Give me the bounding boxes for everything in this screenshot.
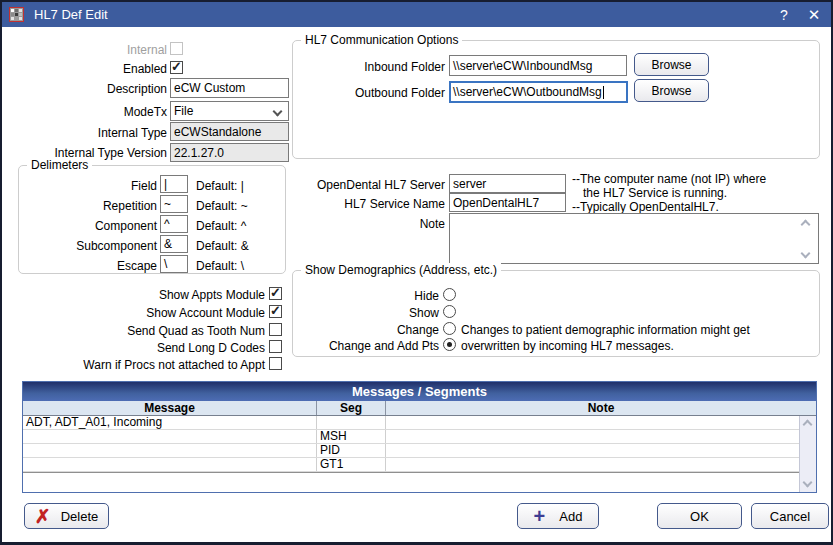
warn-procs-checkbox[interactable] (269, 357, 282, 370)
cell-message: ADT, ADT_A01, Incoming (23, 416, 316, 429)
cell-note (385, 444, 799, 457)
delete-button-label: Delete (61, 509, 99, 524)
app-grid-icon (9, 7, 24, 22)
internal-type-version-field: 22.1.27.0 (170, 143, 289, 162)
close-icon[interactable]: ✕ (801, 2, 827, 27)
column-header-message[interactable]: Message (23, 401, 316, 415)
modetx-value: File (174, 104, 193, 118)
inbound-browse-button[interactable]: Browse (634, 53, 709, 76)
comm-options-group-title: HL7 Communication Options (301, 33, 462, 47)
demographics-hint-line1: Changes to patient demographic informati… (461, 323, 750, 337)
grid-header: Message Seg Note (23, 401, 816, 416)
note-textarea[interactable] (449, 213, 819, 264)
inbound-folder-label: Inbound Folder (2, 60, 445, 74)
service-hint: --Typically OpenDentalHL7. (572, 200, 719, 214)
delete-x-icon: ✗ (35, 507, 51, 526)
column-header-seg[interactable]: Seg (316, 401, 385, 415)
escape-delim-input[interactable]: \ (160, 255, 188, 273)
hl7-service-name-input[interactable]: OpenDentalHL7 (449, 193, 566, 212)
add-button-label: Add (559, 509, 582, 524)
change-radio[interactable] (443, 322, 456, 335)
show-radio[interactable] (443, 305, 456, 318)
show-radio-label: Show (2, 306, 439, 320)
ok-button[interactable]: OK (657, 503, 742, 529)
window-title: HL7 Def Edit (34, 7, 108, 22)
column-header-note[interactable]: Note (385, 401, 816, 415)
change-add-pts-radio-label: Change and Add Pts (2, 339, 439, 353)
cell-note (385, 430, 799, 443)
delete-button[interactable]: ✗ Delete (24, 503, 109, 529)
cell-message (23, 444, 316, 457)
subcomponent-delim-input[interactable]: & (160, 235, 188, 253)
cell-message (23, 458, 316, 471)
escape-delim-default: Default: \ (196, 259, 244, 273)
demographics-hint-line2: overwritten by incoming HL7 messages. (461, 339, 674, 353)
table-row[interactable]: MSH (23, 430, 799, 444)
server-hint-line2: the HL7 Service is running. (583, 186, 727, 200)
help-button[interactable]: ? (771, 2, 797, 27)
warn-procs-label: Warn if Procs not attached to Appt (2, 358, 265, 372)
opendental-hl7-server-input[interactable]: server (449, 174, 566, 193)
modetx-label: ModeTx (2, 105, 167, 119)
internal-type-field: eCWStandalone (170, 122, 289, 141)
grid-scrollbar[interactable] (799, 416, 816, 492)
grid-scroll-down-icon[interactable] (803, 478, 813, 488)
hl7-service-name-label: HL7 Service Name (2, 197, 445, 211)
internal-checkbox (170, 42, 183, 55)
modetx-select[interactable]: File (170, 101, 289, 121)
demographics-group-title: Show Demographics (Address, etc.) (301, 263, 501, 277)
cell-note (385, 416, 799, 429)
hl7-def-edit-dialog: HL7 Def Edit ? ✕ Internal Enabled Descri… (0, 0, 833, 545)
table-row[interactable]: ADT, ADT_A01, Incoming (23, 416, 799, 430)
subcomponent-delim-default: Default: & (196, 239, 249, 253)
text-caret (603, 86, 604, 99)
cell-message (23, 430, 316, 443)
hide-radio-label: Hide (2, 289, 439, 303)
outbound-folder-value: \\server\eCW\OutboundMsg (453, 85, 602, 99)
table-row[interactable]: GT1 (23, 458, 799, 472)
chevron-down-icon (273, 107, 283, 117)
opendental-hl7-server-label: OpenDental HL7 Server (2, 178, 445, 192)
grid-end-line (23, 472, 799, 473)
grid-title: Messages / Segments (23, 382, 816, 401)
titlebar[interactable]: HL7 Def Edit ? ✕ (2, 2, 831, 27)
change-radio-label: Change (2, 323, 439, 337)
grid-scroll-up-icon[interactable] (803, 420, 813, 430)
cell-seg: MSH (316, 430, 385, 443)
cell-note (385, 458, 799, 471)
cell-seg: PID (316, 444, 385, 457)
outbound-browse-button[interactable]: Browse (634, 79, 709, 102)
escape-delim-label: Escape (19, 259, 157, 273)
internal-type-label: Internal Type (2, 126, 167, 140)
change-add-pts-radio[interactable] (443, 338, 456, 351)
table-row[interactable]: PID (23, 444, 799, 458)
internal-label: Internal (2, 43, 167, 57)
cancel-button[interactable]: Cancel (751, 503, 829, 529)
messages-segments-grid: Messages / Segments Message Seg Note ADT… (22, 381, 817, 493)
hide-radio[interactable] (443, 288, 456, 301)
note-label: Note (2, 217, 445, 231)
add-plus-icon: + (534, 506, 546, 526)
cell-seg (316, 416, 385, 429)
outbound-folder-label: Outbound Folder (2, 86, 445, 100)
outbound-folder-input[interactable]: \\server\eCW\OutboundMsg (449, 81, 628, 103)
grid-body: ADT, ADT_A01, Incoming MSH PID GT1 (23, 416, 799, 492)
server-hint-line1: --The computer name (not IP) where (572, 172, 766, 186)
subcomponent-delim-label: Subcomponent (19, 239, 157, 253)
inbound-folder-input[interactable]: \\server\eCW\InboundMsg (449, 55, 627, 76)
cell-seg: GT1 (316, 458, 385, 471)
delimiters-group-title: Delimeters (27, 158, 92, 172)
add-button[interactable]: + Add (517, 503, 599, 529)
